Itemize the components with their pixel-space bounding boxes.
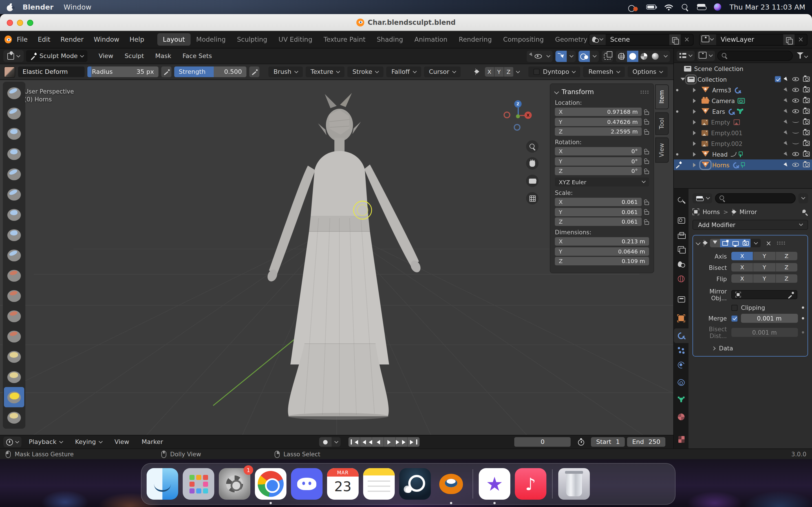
xray-toggle[interactable]	[602, 50, 613, 62]
outliner-filter-button[interactable]	[795, 52, 809, 59]
frame-end-field[interactable]: End250	[627, 437, 665, 447]
jump-to-start-button[interactable]	[349, 437, 360, 447]
tool-grab[interactable]	[4, 367, 24, 387]
selectable-icon[interactable]	[783, 76, 790, 83]
menu-edit[interactable]: Edit	[33, 36, 56, 43]
minimize-window-button[interactable]	[17, 19, 23, 25]
scale-y-field[interactable]: Y0.061	[555, 208, 642, 216]
menu-render[interactable]: Render	[56, 36, 89, 43]
hide-eye-icon[interactable]	[792, 163, 799, 167]
tab-world-properties[interactable]	[674, 272, 689, 286]
breadcrumb-object[interactable]: Horns	[703, 209, 720, 215]
hidden-eye-icon[interactable]	[792, 119, 799, 123]
lock-icon[interactable]	[645, 221, 649, 224]
remove-view-layer-button[interactable]: ×	[795, 36, 807, 43]
next-keyframe-button[interactable]	[396, 437, 408, 447]
symmetry-dropdown-chevron[interactable]	[516, 69, 520, 73]
outliner-id-type-button[interactable]	[697, 50, 715, 61]
editor-type-button[interactable]	[3, 50, 24, 62]
dimensions-y-field[interactable]: Y0.0646 m	[555, 247, 649, 256]
flip-x-button[interactable]: X	[731, 274, 754, 283]
gizmo-y-axis[interactable]	[516, 114, 520, 118]
zoom-viewport-button[interactable]	[526, 140, 539, 153]
tool-multiplane-scrape[interactable]	[4, 326, 24, 346]
tab-constraint-properties[interactable]	[674, 375, 689, 390]
collection-checkbox[interactable]	[775, 76, 781, 82]
options-dropdown[interactable]: Options	[627, 66, 668, 77]
workspace-tab-sculpting[interactable]: Sculpting	[231, 33, 273, 46]
collapse-transform-icon[interactable]	[554, 90, 559, 94]
breadcrumb-modifier[interactable]: Mirror	[740, 209, 757, 215]
tab-scene-properties[interactable]	[674, 257, 689, 272]
dock-imovie-icon[interactable]: ★	[479, 468, 510, 500]
timeline-menu-marker[interactable]: Marker	[137, 437, 168, 447]
dock-discord-icon[interactable]	[291, 468, 322, 500]
scale-z-field[interactable]: Z0.061	[555, 217, 642, 226]
radius-pressure-button[interactable]	[161, 66, 171, 77]
timeline-menu-keying[interactable]: Keying	[70, 437, 107, 447]
tool-blob[interactable]	[4, 225, 24, 245]
menu-window[interactable]: Window	[89, 36, 124, 43]
workspace-tab-rendering[interactable]: Rendering	[453, 33, 497, 46]
outliner-row-arms3[interactable]: Arms3	[674, 84, 812, 95]
tab-physics-properties[interactable]	[674, 358, 689, 372]
tab-tool[interactable]: Tool	[655, 112, 669, 135]
bisect-z-button[interactable]: Z	[776, 263, 797, 272]
tab-item[interactable]: Item	[655, 84, 669, 109]
disclosure-collapsed-icon[interactable]	[693, 98, 698, 103]
flip-y-button[interactable]: Y	[754, 274, 776, 283]
viewport-menu-mask[interactable]: Mask	[150, 52, 177, 60]
dock-launchpad-icon[interactable]	[183, 468, 214, 500]
disclosure-expanded-icon[interactable]	[680, 77, 685, 82]
menu-file[interactable]: File	[12, 36, 33, 43]
outliner-row-scene-collection[interactable]: Scene Collection	[674, 63, 812, 74]
scene-selector[interactable]: Scene ×	[589, 34, 694, 45]
dock-calendar-icon[interactable]: MAR23	[327, 468, 359, 500]
character-model[interactable]	[266, 93, 422, 420]
show-in-render-toggle[interactable]	[741, 239, 751, 247]
rotation-mode-dropdown[interactable]: XYZ Euler	[555, 177, 649, 186]
dyntopo-dropdown[interactable]: Dyntopo	[528, 66, 580, 77]
workspace-tab-animation[interactable]: Animation	[409, 33, 453, 46]
tab-modifier-properties[interactable]	[674, 328, 689, 343]
workspace-tab-shading[interactable]: Shading	[371, 33, 409, 46]
viewport-menu-face-sets[interactable]: Face Sets	[177, 52, 217, 60]
menubar-menu-window[interactable]: Window	[64, 3, 92, 11]
disclosure-collapsed-icon[interactable]	[693, 141, 698, 146]
location-z-field[interactable]: Z2.2595 m	[555, 127, 642, 136]
flip-z-button[interactable]: Z	[776, 274, 797, 283]
disclosure-collapsed-icon[interactable]	[693, 109, 698, 114]
pan-viewport-button[interactable]	[526, 157, 539, 170]
tab-view[interactable]: View	[655, 138, 669, 163]
pin-icon[interactable]	[802, 209, 808, 215]
tab-object-properties[interactable]	[674, 311, 689, 326]
tool-inflate[interactable]	[4, 205, 24, 225]
viewport-menu-sculpt[interactable]: Sculpt	[119, 52, 150, 60]
hide-eye-icon[interactable]	[792, 99, 799, 103]
navigation-gizmo[interactable]: Z X	[503, 101, 532, 131]
axis-z-button[interactable]: Z	[776, 252, 797, 260]
selectable-icon[interactable]	[783, 140, 790, 147]
render-visibility-icon[interactable]	[803, 98, 810, 103]
outliner-row-ears[interactable]: Ears	[674, 106, 812, 117]
lock-icon[interactable]	[645, 151, 649, 154]
selectable-icon[interactable]	[783, 130, 790, 136]
record-button[interactable]	[319, 437, 332, 447]
stroke-dropdown[interactable]: Stroke	[347, 66, 384, 77]
selectable-icon[interactable]	[783, 98, 790, 104]
symmetry-z-button[interactable]: Z	[504, 67, 514, 76]
lock-icon[interactable]	[645, 202, 649, 205]
gizmo-x-axis[interactable]: X	[524, 112, 532, 119]
menubar-app-name[interactable]: Blender	[22, 3, 54, 11]
tool-snake-hook[interactable]	[4, 407, 24, 428]
merge-threshold-field[interactable]: 0.001 m	[741, 314, 798, 323]
gizmo-z-neg-axis[interactable]	[514, 124, 520, 131]
show-in-editmode-toggle[interactable]	[720, 239, 730, 247]
strength-pressure-button[interactable]	[249, 66, 259, 77]
previous-keyframe-button[interactable]	[360, 437, 372, 447]
tab-tool-properties[interactable]	[674, 193, 689, 208]
selectability-visibility-dropdown[interactable]	[527, 50, 553, 62]
bisect-x-button[interactable]: X	[731, 263, 754, 272]
tab-render-properties[interactable]	[674, 213, 689, 228]
viewport-3d[interactable]: User Perspective (0) Horns	[0, 80, 673, 435]
